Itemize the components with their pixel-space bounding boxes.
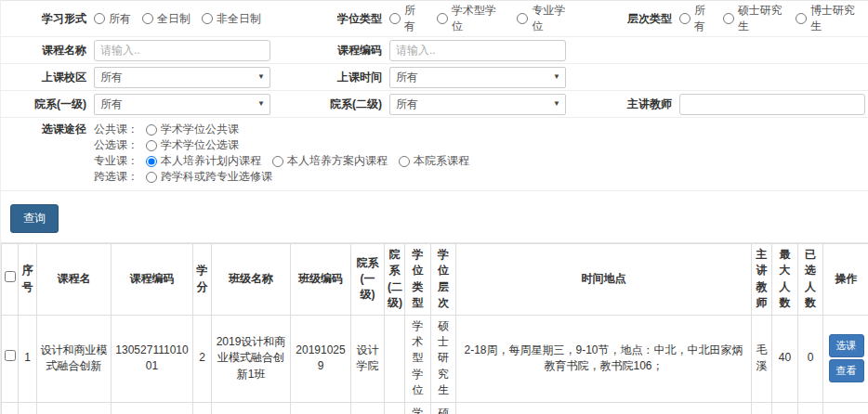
degree-type-option-professional[interactable]: 专业学位 [517, 3, 575, 34]
level-type-radio-group: 所有 硕士研究生 博士研究生 [679, 3, 868, 34]
campus-label: 上课校区 [1, 70, 94, 85]
cell-seq: 1 [19, 315, 37, 402]
filter-row-dept-teacher: 院系(一级) 所有 ▼ 院系(二级) 所有 ▼ 主讲教师 [1, 91, 868, 118]
degree-type-radio-professional[interactable] [517, 13, 528, 24]
study-form-option-fulltime[interactable]: 全日制 [142, 11, 191, 27]
header-teacher: 主讲教师 [752, 244, 772, 316]
level-type-option-all[interactable]: 所有 [679, 3, 712, 34]
row-checkbox[interactable] [5, 350, 16, 361]
class-time-select[interactable]: 所有 ▼ [389, 67, 566, 88]
course-path-radio-academic-elective[interactable] [146, 140, 157, 151]
level-type-radio-doctor[interactable] [796, 13, 807, 24]
course-path-groups: 公共课： 学术学位公共课 公选课： 学术学位公选课 专业课： 本人培养计划内课程… [94, 122, 480, 185]
filter-row-course-path: 选课途径 公共课： 学术学位公共课 公选课： 学术学位公选课 专业课： 本人培养… [1, 118, 868, 191]
study-form-label: 学习形式 [1, 11, 94, 27]
header-course-name: 课程名 [37, 244, 112, 316]
level-type-radio-master[interactable] [723, 13, 734, 24]
class-time-label: 上课时间 [296, 70, 389, 85]
study-form-option-all[interactable]: 所有 [94, 11, 131, 27]
course-code-input[interactable] [389, 40, 566, 61]
cell-class-code: 201910741 [291, 402, 351, 414]
dept-level2-select[interactable]: 所有 ▼ [389, 94, 566, 115]
course-path-elective: 公选课： 学术学位公选课 [94, 137, 480, 153]
course-path-public: 公共课： 学术学位公共课 [94, 122, 480, 137]
level-type-option-master[interactable]: 硕士研究生 [723, 3, 784, 34]
class-time-select-el[interactable]: 所有 [389, 67, 566, 88]
cell-dept2: 统计学院 [385, 402, 405, 414]
study-form-radio-fulltime[interactable] [142, 13, 153, 24]
select-course-button[interactable]: 选课 [829, 334, 864, 357]
degree-type-radio-academic[interactable] [437, 13, 448, 24]
dept-level1-select-el[interactable]: 所有 [94, 94, 270, 115]
course-path-radio-academic-public[interactable] [146, 124, 157, 136]
select-all-checkbox[interactable] [5, 271, 16, 282]
cell-class-name: 高等数理统计（上）-2019-统计学-硕 [212, 402, 291, 414]
cell-credits: 3 [193, 402, 212, 414]
cell-seq: 2 [19, 402, 37, 414]
course-path-cross: 跨选课： 跨学科或跨专业选修课 [94, 169, 480, 185]
level-type-option-doctor[interactable]: 博士研究生 [796, 3, 857, 34]
cell-credits: 2 [193, 315, 212, 402]
course-name-input[interactable] [94, 40, 270, 61]
header-selected-count: 已选人数 [798, 244, 823, 316]
course-path-radio-plan[interactable] [146, 156, 157, 167]
cell-teacher: 於州 [752, 402, 772, 414]
course-path-option-cross[interactable]: 跨学科或跨专业选修课 [146, 169, 272, 185]
cell-time-place: 2-18周，每周星期四，5-7节，地点：中北，中北田家炳教育书院，教书院206；… [456, 402, 752, 414]
view-course-button[interactable]: 查看 [829, 359, 864, 382]
header-course-code: 课程编码 [112, 244, 193, 316]
course-path-option-scheme[interactable]: 本人培养方案内课程 [272, 153, 388, 169]
cell-degree-level: 硕士研究生 [431, 402, 456, 414]
campus-select-el[interactable]: 所有 [94, 67, 270, 88]
cell-course-name: 高等数理统计（上） [37, 402, 112, 414]
select-all-cell [2, 244, 19, 316]
degree-type-label: 学位类型 [296, 11, 389, 27]
table-row: 1 设计和商业模式融合创新 13052711101001 2 2019设计和商业… [2, 315, 868, 402]
cell-time-place: 2-18周，每周星期三，9-10节，地点：中北，中北田家炳教育书院，教书院106… [456, 315, 752, 402]
header-max-count: 最大人数 [772, 244, 798, 316]
course-path-radio-scheme[interactable] [272, 156, 283, 167]
course-name-label: 课程名称 [1, 43, 94, 58]
cell-class-code: 201910259 [291, 315, 351, 402]
header-dept1: 院系(一级) [351, 244, 385, 316]
header-degree-level: 学位层次 [431, 244, 456, 316]
cell-class-name: 2019设计和商业模式融合创新1班 [212, 315, 291, 402]
header-credits: 学分 [193, 244, 212, 316]
cell-teacher: 毛溪 [752, 315, 772, 402]
cell-dept2 [385, 315, 405, 402]
study-form-option-parttime[interactable]: 非全日制 [202, 11, 261, 27]
course-path-major: 专业课： 本人培养计划内课程 本人培养方案内课程 本院系课程 [94, 153, 480, 169]
cell-selected-count: 0 [798, 315, 823, 402]
header-degree-type: 学位类型 [405, 244, 431, 316]
course-path-option-own-dept[interactable]: 本院系课程 [399, 153, 469, 169]
cell-dept1: 经济与管理学部 [351, 402, 385, 414]
study-form-radio-group: 所有 全日制 非全日制 [94, 11, 272, 27]
filter-row-name-code: 课程名称 课程编码 [1, 37, 868, 64]
dept-level2-select-el[interactable]: 所有 [389, 94, 566, 115]
study-form-radio-parttime[interactable] [202, 13, 213, 24]
course-path-option-plan[interactable]: 本人培养计划内课程 [146, 153, 261, 169]
course-path-option-academic-public[interactable]: 学术学位公共课 [146, 122, 239, 137]
course-selection-page: 学习形式 所有 全日制 非全日制 学位类型 所有 学术型学位 专业学位 层次类型 [0, 0, 868, 414]
cell-course-name: 设计和商业模式融合创新 [37, 315, 112, 402]
teacher-input[interactable] [679, 94, 865, 115]
degree-type-radio-all[interactable] [389, 13, 401, 24]
study-form-radio-all[interactable] [94, 13, 105, 24]
course-path-radio-own-dept[interactable] [399, 156, 410, 167]
course-path-option-academic-elective[interactable]: 学术学位公选课 [146, 137, 239, 153]
cell-selected-count: 31 [798, 402, 823, 414]
table-header-row: 序号 课程名 课程编码 学分 班级名称 班级编码 院系(一级) 院系(二级) 学… [2, 244, 868, 316]
dept-level1-select[interactable]: 所有 ▼ [94, 94, 270, 115]
campus-select[interactable]: 所有 ▼ [94, 67, 270, 88]
query-button[interactable]: 查询 [10, 204, 59, 233]
header-seq: 序号 [19, 244, 37, 316]
level-type-radio-all[interactable] [679, 13, 690, 24]
cell-course-code: 13052711101001 [112, 315, 193, 402]
header-dept2: 院系(二级) [385, 244, 405, 316]
cell-course-code: STAT5911102002 [112, 402, 193, 414]
degree-type-option-all[interactable]: 所有 [389, 3, 426, 34]
degree-type-option-academic[interactable]: 学术型学位 [437, 3, 506, 34]
cell-actions: 选课 查看 [823, 402, 868, 414]
cell-max-count: 40 [772, 315, 798, 402]
course-path-radio-cross[interactable] [146, 172, 157, 183]
